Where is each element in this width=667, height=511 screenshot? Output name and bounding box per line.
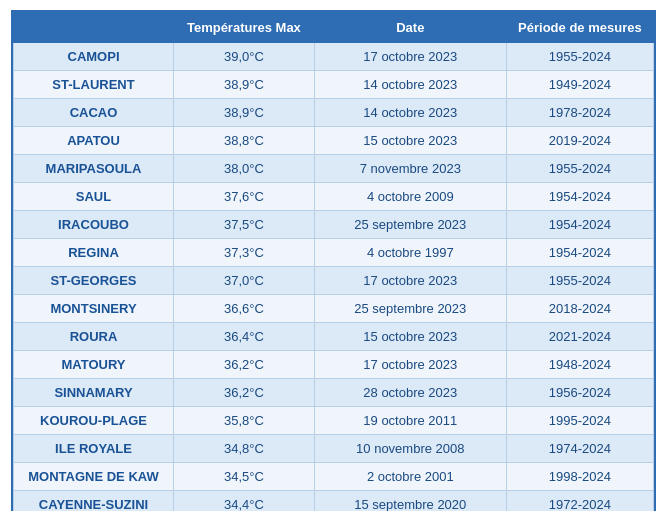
cell-station: MARIPASOULA	[14, 155, 174, 183]
cell-periode: 1978-2024	[506, 99, 653, 127]
cell-date: 25 septembre 2023	[314, 295, 506, 323]
table-row: MONTAGNE DE KAW34,5°C2 octobre 20011998-…	[14, 463, 654, 491]
cell-date: 14 octobre 2023	[314, 71, 506, 99]
cell-date: 17 octobre 2023	[314, 43, 506, 71]
table-header-row: Températures Max Date Période de mesures	[14, 13, 654, 43]
header-temp-max: Températures Max	[174, 13, 315, 43]
cell-station: SAUL	[14, 183, 174, 211]
cell-temp: 36,2°C	[174, 351, 315, 379]
cell-temp: 37,3°C	[174, 239, 315, 267]
cell-station: REGINA	[14, 239, 174, 267]
table-row: IRACOUBO37,5°C25 septembre 20231954-2024	[14, 211, 654, 239]
cell-station: CACAO	[14, 99, 174, 127]
table-row: CACAO38,9°C14 octobre 20231978-2024	[14, 99, 654, 127]
cell-periode: 1995-2024	[506, 407, 653, 435]
cell-periode: 1974-2024	[506, 435, 653, 463]
cell-date: 15 septembre 2020	[314, 491, 506, 512]
cell-station: MATOURY	[14, 351, 174, 379]
cell-date: 15 octobre 2023	[314, 127, 506, 155]
table-row: ST-LAURENT38,9°C14 octobre 20231949-2024	[14, 71, 654, 99]
table-row: APATOU38,8°C15 octobre 20232019-2024	[14, 127, 654, 155]
cell-temp: 39,0°C	[174, 43, 315, 71]
cell-temp: 34,8°C	[174, 435, 315, 463]
cell-periode: 1955-2024	[506, 267, 653, 295]
cell-temp: 36,4°C	[174, 323, 315, 351]
table-row: KOUROU-PLAGE35,8°C19 octobre 20111995-20…	[14, 407, 654, 435]
cell-date: 10 novembre 2008	[314, 435, 506, 463]
cell-periode: 1954-2024	[506, 239, 653, 267]
cell-periode: 2021-2024	[506, 323, 653, 351]
cell-periode: 1954-2024	[506, 211, 653, 239]
cell-temp: 37,5°C	[174, 211, 315, 239]
table-row: MARIPASOULA38,0°C7 novembre 20231955-202…	[14, 155, 654, 183]
cell-station: CAYENNE-SUZINI	[14, 491, 174, 512]
cell-date: 14 octobre 2023	[314, 99, 506, 127]
temperature-table: Températures Max Date Période de mesures…	[13, 12, 654, 511]
cell-date: 17 octobre 2023	[314, 267, 506, 295]
header-station	[14, 13, 174, 43]
cell-periode: 2018-2024	[506, 295, 653, 323]
cell-temp: 38,0°C	[174, 155, 315, 183]
table-row: REGINA37,3°C4 octobre 19971954-2024	[14, 239, 654, 267]
cell-periode: 1948-2024	[506, 351, 653, 379]
table-row: ILE ROYALE34,8°C10 novembre 20081974-202…	[14, 435, 654, 463]
cell-station: ILE ROYALE	[14, 435, 174, 463]
cell-periode: 1955-2024	[506, 155, 653, 183]
cell-station: KOUROU-PLAGE	[14, 407, 174, 435]
table-row: MONTSINERY36,6°C25 septembre 20232018-20…	[14, 295, 654, 323]
cell-date: 28 octobre 2023	[314, 379, 506, 407]
cell-temp: 37,0°C	[174, 267, 315, 295]
cell-periode: 1954-2024	[506, 183, 653, 211]
cell-date: 4 octobre 2009	[314, 183, 506, 211]
cell-temp: 38,9°C	[174, 99, 315, 127]
cell-station: IRACOUBO	[14, 211, 174, 239]
cell-temp: 36,6°C	[174, 295, 315, 323]
cell-date: 4 octobre 1997	[314, 239, 506, 267]
cell-date: 19 octobre 2011	[314, 407, 506, 435]
cell-periode: 2019-2024	[506, 127, 653, 155]
cell-periode: 1949-2024	[506, 71, 653, 99]
cell-date: 15 octobre 2023	[314, 323, 506, 351]
header-date: Date	[314, 13, 506, 43]
cell-temp: 38,8°C	[174, 127, 315, 155]
cell-station: CAMOPI	[14, 43, 174, 71]
header-periode: Période de mesures	[506, 13, 653, 43]
cell-temp: 34,5°C	[174, 463, 315, 491]
cell-temp: 35,8°C	[174, 407, 315, 435]
cell-date: 17 octobre 2023	[314, 351, 506, 379]
cell-station: ST-LAURENT	[14, 71, 174, 99]
cell-temp: 34,4°C	[174, 491, 315, 512]
cell-periode: 1972-2024	[506, 491, 653, 512]
cell-station: ROURA	[14, 323, 174, 351]
cell-temp: 38,9°C	[174, 71, 315, 99]
table-row: SAUL37,6°C4 octobre 20091954-2024	[14, 183, 654, 211]
cell-date: 7 novembre 2023	[314, 155, 506, 183]
table-row: ROURA36,4°C15 octobre 20232021-2024	[14, 323, 654, 351]
cell-temp: 36,2°C	[174, 379, 315, 407]
cell-station: APATOU	[14, 127, 174, 155]
cell-periode: 1998-2024	[506, 463, 653, 491]
table-row: CAYENNE-SUZINI34,4°C15 septembre 2020197…	[14, 491, 654, 512]
cell-date: 2 octobre 2001	[314, 463, 506, 491]
table-row: SINNAMARY36,2°C28 octobre 20231956-2024	[14, 379, 654, 407]
table-row: CAMOPI39,0°C17 octobre 20231955-2024	[14, 43, 654, 71]
cell-station: ST-GEORGES	[14, 267, 174, 295]
table-row: MATOURY36,2°C17 octobre 20231948-2024	[14, 351, 654, 379]
cell-station: MONTAGNE DE KAW	[14, 463, 174, 491]
cell-periode: 1955-2024	[506, 43, 653, 71]
cell-temp: 37,6°C	[174, 183, 315, 211]
cell-station: SINNAMARY	[14, 379, 174, 407]
main-table-container: Températures Max Date Période de mesures…	[11, 10, 656, 511]
cell-periode: 1956-2024	[506, 379, 653, 407]
table-row: ST-GEORGES37,0°C17 octobre 20231955-2024	[14, 267, 654, 295]
cell-station: MONTSINERY	[14, 295, 174, 323]
cell-date: 25 septembre 2023	[314, 211, 506, 239]
